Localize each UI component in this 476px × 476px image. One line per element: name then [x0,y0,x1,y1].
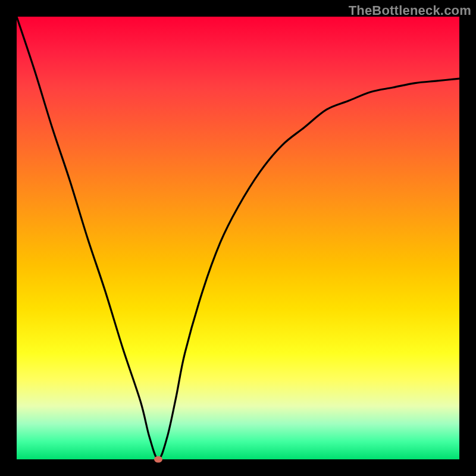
plot-area [17,17,459,459]
chart-frame: TheBottleneck.com [0,0,476,476]
optimum-marker [154,456,162,463]
bottleneck-curve [17,17,459,459]
watermark-text: TheBottleneck.com [349,3,471,18]
